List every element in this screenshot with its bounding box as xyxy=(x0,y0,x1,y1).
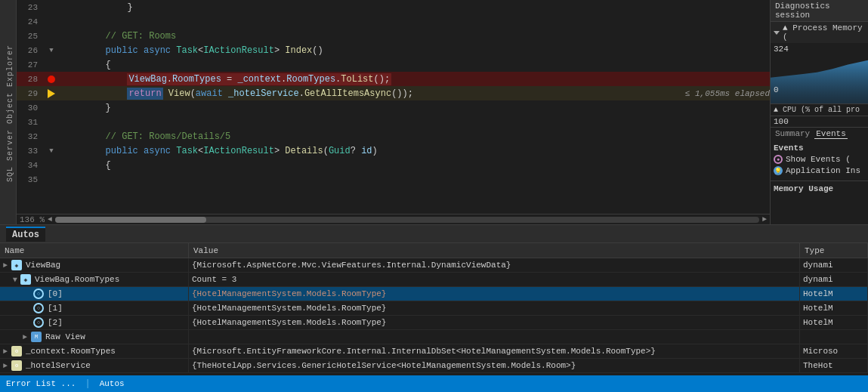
row-rawview-name: ► M Raw View xyxy=(0,330,189,344)
line-content-34: { xyxy=(59,160,770,171)
expand-memory-icon xyxy=(774,31,780,35)
line-content-28: ViewBag.RoomTypes = _context.RoomTypes.T… xyxy=(59,74,770,85)
events-section: Events ● Show Events ( 💡 Application Ins xyxy=(771,140,868,181)
show-events-icon: ● xyxy=(774,155,783,164)
code-lines: 23 } 24 25 xyxy=(17,0,770,214)
line-content-26: public async Task<IActionResult> Index() xyxy=(59,45,770,56)
table-row-rawview[interactable]: ► M Raw View xyxy=(0,330,868,344)
scroll-right-btn[interactable]: ► xyxy=(762,215,767,224)
expand-roomtypes[interactable]: ► xyxy=(11,277,19,282)
scroll-left-btn[interactable]: ◄ xyxy=(48,215,52,224)
editor-scrollbar[interactable]: 136 % ◄ ► xyxy=(17,214,770,224)
cpu-label: ▲ CPU (% of all pro xyxy=(771,104,868,116)
process-memory-title: ▲ Process Memory ( xyxy=(771,22,868,43)
diag-tabs: Summary Events xyxy=(771,128,868,140)
row-1-name-text: [1] xyxy=(48,304,63,313)
memory-usage-label: Memory Usage xyxy=(771,181,868,195)
gutter-28 xyxy=(44,76,59,83)
code-line-34: 34 { xyxy=(17,158,770,172)
table-row-2[interactable]: ○ [2] {HotelManagementSystem.Models.Room… xyxy=(0,316,868,330)
line-content-33: public async Task<IActionResult> Details… xyxy=(59,146,770,156)
hotelservice-method-icon: ⚙ xyxy=(11,360,22,371)
row-roomtypes-value: Count = 3 xyxy=(189,273,800,286)
row-2-name-text: [2] xyxy=(48,318,63,327)
row-rawview-type xyxy=(800,330,868,344)
roomtypes-var-icon: ◈ xyxy=(20,274,31,285)
collapse-33[interactable]: ▼ xyxy=(48,147,55,155)
bottom-panel-header: Autos xyxy=(0,225,868,243)
tab-events[interactable]: Events xyxy=(814,129,848,139)
breakpoint-28[interactable] xyxy=(48,76,55,83)
row-0-type: HotelM xyxy=(800,287,868,301)
row-hotelservice-type: TheHot xyxy=(800,359,868,372)
memory-graph: 324 0 xyxy=(771,43,868,103)
table-header: Name Value Type xyxy=(0,243,868,258)
line-content-27: { xyxy=(59,60,770,70)
col-type: Type xyxy=(800,243,868,258)
autos-table: Name Value Type ► ◈ ViewBag {Microsoft.A… xyxy=(0,243,868,375)
collapse-26[interactable]: ▼ xyxy=(48,47,55,54)
line-number-33: 33 xyxy=(20,147,44,156)
cpu-value: 100 xyxy=(771,116,868,127)
table-row-1[interactable]: ○ [1] {HotelManagementSystem.Models.Room… xyxy=(0,301,868,316)
line-number-25: 25 xyxy=(20,32,44,41)
tab-summary[interactable]: Summary xyxy=(774,129,811,139)
code-line-35: 35 xyxy=(17,172,770,187)
sidebar-label-explorer: SQL Server Object Explorer xyxy=(5,42,16,185)
row-context-name: ► ⚙ _context.RoomTypes xyxy=(0,344,189,358)
code-line-23: 23 } xyxy=(17,0,770,14)
code-line-28: 28 ViewBag.RoomTypes = _context.RoomType… xyxy=(17,72,770,86)
execution-arrow xyxy=(48,89,55,98)
line-number-34: 34 xyxy=(20,161,44,170)
code-line-27: 27 { xyxy=(17,57,770,72)
row-rawview-value xyxy=(189,330,800,344)
status-separator: | xyxy=(85,378,90,389)
row-context-value: {Microsoft.EntityFrameworkCore.Internal.… xyxy=(189,344,800,358)
expand-hotelservice[interactable]: ► xyxy=(3,362,8,370)
viewbag-name-text: ViewBag xyxy=(26,261,60,270)
memory-low-value: 0 xyxy=(774,85,779,94)
line-number-29: 29 xyxy=(20,89,44,98)
status-error-list[interactable]: Error List ... xyxy=(6,379,76,388)
col-value: Value xyxy=(189,243,800,258)
application-label: Application Ins xyxy=(786,166,860,175)
code-line-33: 33 ▼ public async Task<IActionResult> De… xyxy=(17,144,770,158)
table-row-context[interactable]: ► ⚙ _context.RoomTypes {Microsoft.Entity… xyxy=(0,344,868,359)
table-row-roomtypes[interactable]: ► ◈ ViewBag.RoomTypes Count = 3 dynami xyxy=(0,273,868,287)
editor-area: 23 } 24 25 xyxy=(17,0,770,224)
scroll-track[interactable] xyxy=(55,217,759,223)
svg-marker-0 xyxy=(771,60,868,103)
line-content-25: // GET: Rooms xyxy=(59,31,770,42)
row-1-type: HotelM xyxy=(800,301,868,315)
row-1-value: {HotelManagementSystem.Models.RoomType} xyxy=(189,301,800,315)
code-content: 23 } 24 25 xyxy=(17,0,770,214)
line-number-32: 32 xyxy=(20,132,44,141)
show-events-item[interactable]: ● Show Events ( xyxy=(774,155,865,164)
process-memory-label: ▲ Process Memory ( xyxy=(783,23,865,42)
expand-context[interactable]: ► xyxy=(3,347,8,356)
line-content-30: } xyxy=(59,103,770,113)
expand-viewbag[interactable]: ► xyxy=(3,261,8,270)
memory-graph-svg xyxy=(771,43,868,103)
expand-rawview[interactable]: ► xyxy=(23,333,27,341)
scroll-thumb[interactable] xyxy=(55,217,206,223)
table-row-0[interactable]: ○ [0] {HotelManagementSystem.Models.Room… xyxy=(0,287,868,301)
row-hotelservice-name: ► ⚙ _hotelService xyxy=(0,359,189,372)
diagnostics-panel: Diagnostics session ▲ Process Memory ( 3… xyxy=(770,0,868,224)
rawview-name-text: Raw View xyxy=(45,332,85,341)
code-line-29: 29 return View(await _hotelService.GetAl… xyxy=(17,86,770,100)
main-area: SQL Server Object Explorer 23 } 24 xyxy=(0,0,868,224)
status-autos[interactable]: Autos xyxy=(100,379,125,388)
row-2-prop-icon: ○ xyxy=(33,317,44,328)
row-0-prop-icon: ○ xyxy=(33,289,44,299)
gutter-29 xyxy=(44,89,59,98)
table-row-viewbag[interactable]: ► ◈ ViewBag {Microsoft.AspNetCore.Mvc.Vi… xyxy=(0,258,868,273)
application-item[interactable]: 💡 Application Ins xyxy=(774,166,865,175)
row-viewbag-type: dynami xyxy=(800,258,868,272)
row-roomtypes-type: dynami xyxy=(800,273,868,286)
row-0-name-text: [0] xyxy=(48,289,63,298)
table-row-hotelservice[interactable]: ► ⚙ _hotelService {TheHotelApp.Services.… xyxy=(0,359,868,373)
row-1-name: ○ [1] xyxy=(0,301,189,315)
code-line-24: 24 xyxy=(17,14,770,29)
code-line-26: 26 ▼ public async Task<IActionResult> In… xyxy=(17,43,770,57)
